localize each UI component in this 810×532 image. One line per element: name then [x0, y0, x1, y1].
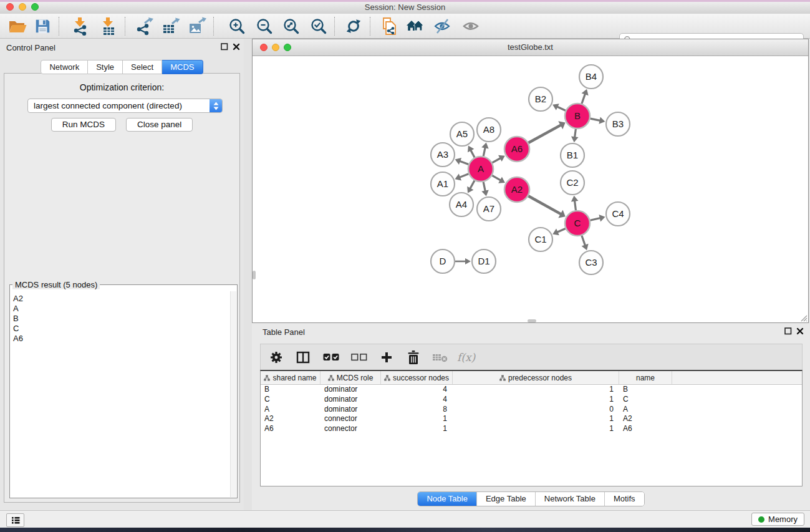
edge-B-B4[interactable]	[582, 89, 589, 104]
float-panel-icon[interactable]	[784, 327, 792, 335]
node-B[interactable]: B	[565, 104, 590, 128]
node-A5[interactable]: A5	[450, 122, 474, 146]
edge-A-A4[interactable]	[467, 180, 475, 193]
tab-motifs[interactable]: Motifs	[604, 492, 644, 506]
node-A6[interactable]: A6	[504, 137, 529, 162]
delete-row-icon[interactable]	[406, 350, 420, 365]
node-A[interactable]: A	[468, 157, 493, 181]
edge-A2-C[interactable]	[528, 196, 565, 218]
tab-select[interactable]: Select	[123, 60, 162, 74]
mcds-result-item[interactable]: A6	[13, 334, 230, 344]
node-B3[interactable]: B3	[606, 112, 630, 136]
node-A2[interactable]: A2	[504, 177, 529, 202]
node-B2[interactable]: B2	[529, 87, 552, 111]
add-row-icon[interactable]	[380, 351, 393, 364]
node-C[interactable]: C	[565, 211, 590, 236]
mcds-result-item[interactable]: A2	[13, 294, 230, 304]
edge-A-A3[interactable]	[455, 158, 469, 165]
column-header-MCDS-role[interactable]: MCDS role	[321, 371, 381, 384]
edge-A6-B[interactable]	[528, 121, 565, 143]
mcds-result-item[interactable]: B	[13, 314, 230, 324]
table-row[interactable]: Bdominator41B	[261, 385, 802, 395]
zoom-in-icon[interactable]	[224, 16, 249, 37]
edge-C-C3[interactable]	[582, 236, 589, 250]
float-panel-icon[interactable]	[221, 43, 228, 51]
tab-style[interactable]: Style	[88, 60, 123, 74]
edge-C-C1[interactable]	[552, 228, 566, 235]
column-header-name[interactable]: name	[619, 371, 672, 384]
mcds-result-item[interactable]: C	[13, 324, 230, 334]
fx-function-button[interactable]: f(x)	[457, 351, 475, 364]
node-A1[interactable]: A1	[431, 172, 455, 196]
split-panel-icon[interactable]	[296, 351, 310, 364]
table-row[interactable]: A2connector11A2	[261, 414, 802, 424]
deselect-all-columns-icon[interactable]	[351, 353, 367, 361]
zoom-out-icon[interactable]	[251, 16, 276, 37]
export-table-icon[interactable]	[158, 16, 183, 37]
tab-node-table[interactable]: Node Table	[418, 492, 476, 506]
network-canvas[interactable]: B4B2BB3A8A5A6B1A3AC2A1A2A4A7C4CC1DD1C3	[253, 56, 808, 322]
save-session-icon[interactable]	[30, 16, 55, 37]
refresh-layout-icon[interactable]	[341, 16, 366, 37]
edge-C-C2[interactable]	[571, 196, 579, 210]
resize-grip-icon[interactable]	[799, 314, 808, 322]
edge-A-A6[interactable]	[492, 155, 504, 163]
node-A8[interactable]: A8	[477, 118, 501, 142]
run-mcds-button[interactable]: Run MCDS	[51, 118, 116, 132]
show-graphics-details-icon[interactable]	[458, 16, 483, 37]
select-all-columns-icon[interactable]	[323, 353, 339, 361]
edge-B-B3[interactable]	[591, 117, 605, 123]
tab-network-table[interactable]: Network Table	[535, 492, 604, 506]
result-scrollbar[interactable]	[230, 291, 236, 497]
table-row[interactable]: Cdominator41C	[261, 395, 802, 405]
export-image-icon[interactable]	[185, 16, 210, 37]
edge-B-B1[interactable]	[571, 129, 579, 142]
edge-A-A1[interactable]	[455, 174, 469, 181]
node-B4[interactable]: B4	[579, 65, 603, 89]
node-C4[interactable]: C4	[606, 202, 630, 226]
close-panel-button[interactable]: Close panel	[126, 118, 193, 132]
horizontal-scroll-indicator[interactable]	[528, 319, 536, 322]
edge-B-B2[interactable]	[552, 104, 566, 110]
new-network-icon[interactable]	[377, 16, 402, 37]
edge-A-A8[interactable]	[481, 143, 488, 157]
open-session-icon[interactable]	[5, 16, 30, 37]
column-header-shared-name[interactable]: shared name	[261, 371, 321, 384]
edge-A-A7[interactable]	[481, 182, 488, 196]
table-row[interactable]: A6connector11A6	[261, 424, 802, 434]
close-panel-icon[interactable]	[796, 327, 804, 335]
close-panel-icon[interactable]	[233, 43, 240, 51]
hide-graphics-details-icon[interactable]	[430, 16, 455, 37]
edge-D-D1[interactable]	[455, 258, 471, 264]
table-row[interactable]: Adominator80A	[261, 405, 802, 415]
node-C3[interactable]: C3	[579, 251, 603, 274]
node-A4[interactable]: A4	[450, 193, 473, 216]
export-network-icon[interactable]	[132, 16, 157, 37]
column-header-successor-nodes[interactable]: successor nodes	[381, 371, 453, 384]
vertical-scroll-indicator[interactable]	[253, 271, 256, 279]
node-D[interactable]: D	[431, 249, 455, 273]
task-history-button[interactable]	[6, 513, 24, 527]
import-table-icon[interactable]	[96, 16, 121, 37]
tab-mcds[interactable]: MCDS	[162, 60, 203, 74]
home-icon[interactable]	[403, 16, 428, 37]
network-window-titlebar[interactable]: testGlobe.txt	[253, 39, 808, 56]
node-C1[interactable]: C1	[529, 228, 552, 251]
mcds-result-item[interactable]: A	[13, 304, 230, 314]
edge-A-A2[interactable]	[492, 175, 505, 183]
node-D1[interactable]: D1	[472, 249, 496, 273]
tab-edge-table[interactable]: Edge Table	[476, 492, 535, 506]
import-network-icon[interactable]	[68, 16, 93, 37]
zoom-selected-icon[interactable]	[306, 16, 330, 37]
column-header-predecessor-nodes[interactable]: predecessor nodes	[453, 371, 619, 384]
zoom-fit-icon[interactable]	[278, 16, 303, 37]
edge-A-A5[interactable]	[468, 146, 475, 158]
settings-gear-icon[interactable]	[269, 351, 283, 364]
criterion-dropdown[interactable]: largest connected component (directed)	[27, 99, 223, 113]
node-A7[interactable]: A7	[477, 197, 501, 221]
node-A3[interactable]: A3	[431, 143, 455, 167]
tab-network[interactable]: Network	[41, 60, 88, 74]
node-C2[interactable]: C2	[561, 171, 584, 195]
edge-C-C4[interactable]	[590, 215, 605, 221]
node-B1[interactable]: B1	[561, 143, 584, 167]
